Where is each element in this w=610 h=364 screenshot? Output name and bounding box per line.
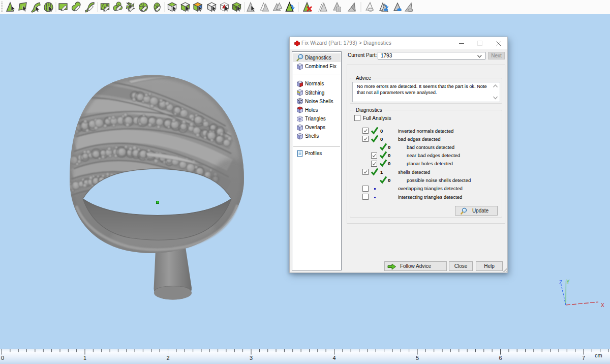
svg-text:Z: Z: [559, 280, 562, 285]
svg-text:5: 5: [416, 355, 419, 361]
svg-text:X: X: [601, 302, 604, 308]
svg-text:7: 7: [582, 355, 585, 361]
svg-text:4: 4: [332, 355, 336, 361]
svg-text:6: 6: [499, 355, 502, 361]
svg-text:Y: Y: [566, 279, 570, 285]
svg-text:cm: cm: [595, 352, 602, 358]
svg-text:3: 3: [250, 355, 253, 361]
svg-text:0: 0: [1, 355, 4, 361]
svg-text:1: 1: [83, 355, 86, 361]
svg-text:2: 2: [166, 355, 169, 361]
